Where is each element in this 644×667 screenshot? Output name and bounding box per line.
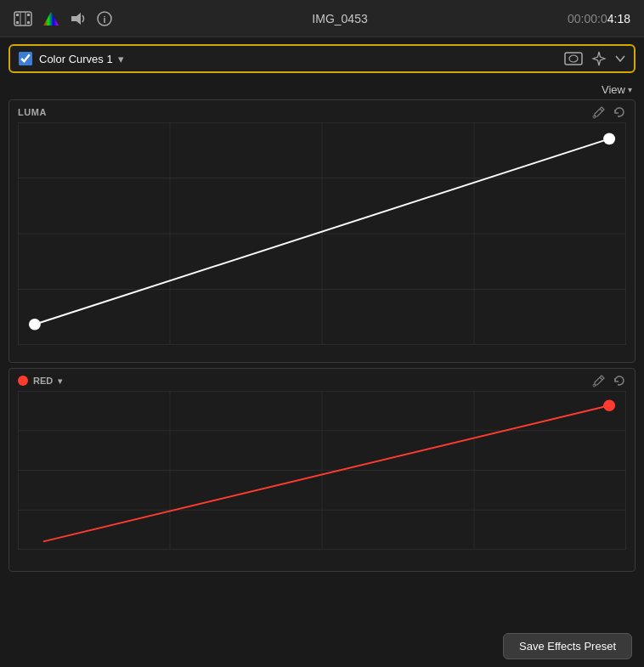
audio-icon[interactable] — [70, 11, 87, 26]
svg-marker-8 — [43, 12, 59, 25]
film-icon[interactable] — [14, 11, 32, 26]
view-chevron: ▾ — [628, 85, 632, 94]
svg-rect-12 — [565, 53, 582, 65]
svg-rect-1 — [16, 14, 19, 16]
svg-point-24 — [29, 319, 41, 331]
red-chevron[interactable]: ▾ — [58, 376, 62, 386]
top-bar: i IMG_0453 00:00:04:18 — [0, 0, 644, 37]
red-curve-section: RED ▾ — [8, 368, 636, 572]
luma-curve-section: LUMA — [8, 99, 636, 363]
svg-rect-4 — [27, 21, 30, 24]
red-dot — [18, 376, 28, 386]
mask-icon[interactable] — [564, 52, 583, 65]
info-icon[interactable]: i — [97, 11, 112, 26]
luma-curve-svg — [18, 122, 626, 345]
top-bar-icon-group: i — [14, 11, 112, 26]
red-curve-header: RED ▾ — [9, 369, 635, 391]
svg-point-36 — [603, 400, 615, 411]
view-label: View — [602, 83, 625, 96]
effect-header: Color Curves 1 ▾ — [8, 44, 636, 73]
red-reset-icon[interactable] — [613, 374, 626, 387]
luma-label: LUMA — [18, 107, 47, 117]
red-header-icons — [592, 374, 626, 387]
svg-point-13 — [569, 55, 578, 62]
svg-rect-3 — [27, 14, 30, 16]
chevron-down-icon[interactable] — [615, 55, 625, 62]
luma-curve-canvas — [9, 122, 635, 352]
red-label: RED — [33, 376, 53, 386]
effect-header-icons — [564, 51, 625, 66]
bottom-bar: Save Effects Preset — [0, 625, 644, 667]
effect-enable-checkbox[interactable] — [19, 52, 32, 65]
red-curve-svg — [18, 391, 626, 550]
time-dim: 00:00:0 — [568, 12, 607, 25]
svg-marker-9 — [71, 13, 81, 25]
filename: IMG_0453 — [312, 12, 367, 25]
svg-line-35 — [43, 405, 609, 541]
luma-header-icons — [592, 105, 626, 119]
svg-line-14 — [600, 109, 602, 111]
timecode: 00:00:04:18 — [568, 12, 630, 25]
magic-icon[interactable] — [591, 51, 607, 66]
luma-curve-header: LUMA — [9, 100, 635, 122]
time-bright: 4:18 — [607, 12, 630, 25]
red-eyedropper-icon[interactable] — [592, 374, 606, 387]
luma-reset-icon[interactable] — [613, 105, 626, 119]
color-icon[interactable] — [42, 11, 59, 26]
red-curve-canvas — [9, 391, 635, 557]
red-label-group: RED ▾ — [18, 376, 62, 386]
svg-point-25 — [603, 133, 615, 145]
luma-eyedropper-icon[interactable] — [592, 105, 606, 119]
effect-name-chevron[interactable]: ▾ — [118, 53, 124, 65]
svg-line-26 — [600, 377, 602, 380]
view-button[interactable]: View ▾ — [602, 83, 632, 96]
svg-rect-2 — [16, 21, 19, 24]
effect-name-text: Color Curves 1 — [39, 53, 113, 65]
svg-text:i: i — [103, 14, 105, 24]
save-effects-preset-button[interactable]: Save Effects Preset — [503, 633, 632, 659]
view-row: View ▾ — [0, 80, 644, 99]
effect-name: Color Curves 1 ▾ — [39, 53, 557, 65]
